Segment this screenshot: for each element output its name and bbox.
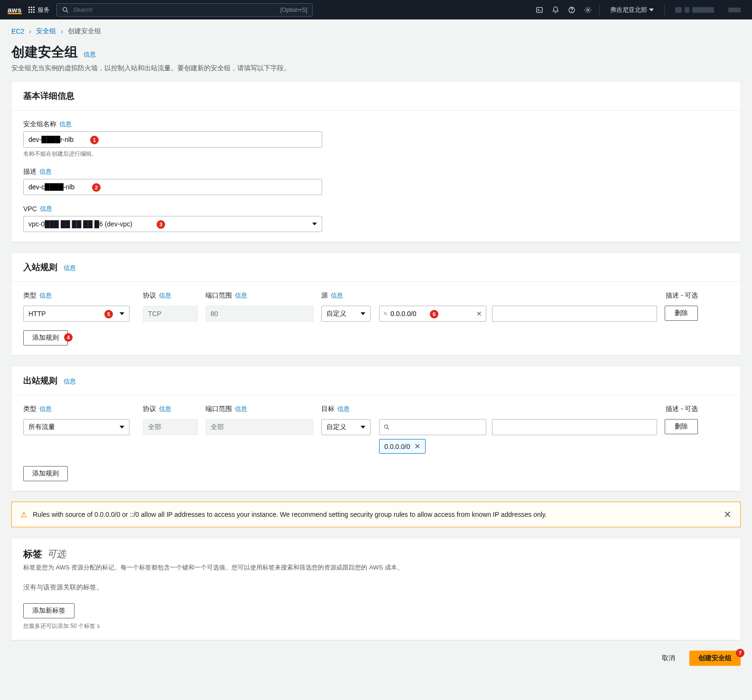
svg-line-1: [66, 11, 68, 12]
breadcrumb-current: 创建安全组: [68, 27, 101, 36]
alert-close-icon[interactable]: ✕: [724, 509, 732, 520]
chip-remove-icon[interactable]: ✕: [414, 442, 420, 451]
inbound-source-mode[interactable]: 自定义: [321, 306, 371, 322]
chevron-right-icon: ›: [29, 28, 31, 35]
outbound-dest-mode[interactable]: 自定义: [321, 419, 371, 435]
sg-desc-label: 描述: [23, 168, 37, 176]
cloudshell-icon[interactable]: [535, 5, 544, 15]
chevron-right-icon: ›: [61, 28, 63, 35]
page-info-link[interactable]: 信息: [84, 51, 96, 58]
svg-point-9: [384, 425, 388, 428]
sg-desc-input[interactable]: [28, 183, 317, 191]
breadcrumb-ec2[interactable]: EC2: [11, 28, 24, 35]
breadcrumb-sg[interactable]: 安全组: [36, 27, 56, 36]
breadcrumb: EC2 › 安全组 › 创建安全组: [11, 27, 741, 36]
outbound-type-select[interactable]: 所有流量: [23, 419, 130, 435]
svg-point-0: [63, 7, 67, 11]
inbound-protocol: TCP: [143, 306, 198, 322]
sg-name-label: 安全组名称: [23, 120, 56, 129]
inbound-info[interactable]: 信息: [64, 264, 76, 271]
page-title: 创建安全组: [11, 43, 78, 61]
annotation-6: 6: [430, 310, 438, 318]
outbound-delete-button[interactable]: 删除: [665, 419, 698, 434]
services-menu[interactable]: 服务: [28, 6, 50, 14]
outbound-info[interactable]: 信息: [64, 378, 76, 385]
outbound-dest-input[interactable]: [379, 419, 486, 435]
tags-none: 没有与该资源关联的标签。: [23, 583, 729, 592]
inbound-type-select[interactable]: HTTP 5: [23, 306, 130, 322]
outbound-protocol: 全部: [143, 419, 198, 435]
annotation-1: 1: [90, 136, 99, 144]
svg-point-5: [572, 11, 572, 12]
svg-line-8: [386, 314, 387, 315]
sg-name-input-wrap: 1: [23, 131, 322, 148]
tags-limit: 您最多还可以添加 50 个标签 s: [23, 622, 729, 630]
svg-point-6: [587, 9, 589, 11]
bell-icon[interactable]: [551, 5, 560, 15]
outbound-rules-panel: 出站规则 信息 类型 信息 协议 信息 端口范围 信息 目标 信息 描述 - 可…: [11, 366, 741, 491]
search-icon: [383, 424, 390, 430]
svg-line-10: [388, 428, 389, 429]
sg-name-hint: 名称不能在创建后进行编辑。: [23, 150, 729, 158]
chevron-down-icon: [312, 223, 317, 225]
gear-icon[interactable]: [583, 5, 593, 15]
help-icon[interactable]: [567, 5, 576, 15]
clear-icon[interactable]: ✕: [476, 310, 482, 317]
chevron-down-icon: [649, 9, 654, 11]
chevron-down-icon: [120, 426, 124, 429]
cancel-button[interactable]: 取消: [653, 651, 684, 666]
search-hint: [Option+S]: [280, 7, 307, 13]
region-label: 弗吉尼亚北部: [610, 6, 647, 14]
tags-panel: 标签 可选 标签是您为 AWS 资源分配的标记。每一个标签都包含一个键和一个可选…: [11, 538, 741, 640]
nav-search[interactable]: [Option+S]: [56, 3, 313, 17]
grid-icon: [28, 7, 35, 13]
sg-desc-info[interactable]: 信息: [39, 168, 52, 176]
vpc-value: vpc-0███ ██ ██ ██ █6 (dev-vpc): [28, 220, 132, 228]
account-menu[interactable]: [671, 7, 718, 13]
vpc-select[interactable]: vpc-0███ ██ ██ ██ █6 (dev-vpc) 3: [23, 216, 322, 232]
aws-logo[interactable]: aws: [8, 6, 22, 14]
footer-actions: 取消 创建安全组 7: [11, 651, 741, 666]
sg-name-info[interactable]: 信息: [59, 120, 72, 129]
outbound-desc-input[interactable]: [497, 424, 652, 431]
svg-point-7: [384, 312, 387, 315]
create-sg-button[interactable]: 创建安全组: [689, 651, 741, 666]
svg-rect-2: [537, 7, 542, 12]
sg-name-input[interactable]: [28, 136, 317, 143]
sg-desc-input-wrap: 2: [23, 179, 322, 195]
basic-details-header: 基本详细信息: [12, 82, 740, 111]
outbound-desc-input-wrap: [492, 419, 657, 435]
annotation-4: 4: [64, 333, 73, 342]
add-tag-button[interactable]: 添加新标签: [23, 603, 74, 618]
tags-optional: 可选: [47, 549, 66, 559]
vpc-label: VPC: [23, 205, 37, 213]
outbound-dest-text[interactable]: [393, 423, 482, 431]
inbound-delete-button[interactable]: 删除: [665, 306, 698, 321]
inbound-desc-input-wrap: [492, 306, 657, 322]
top-nav: aws 服务 [Option+S] 弗吉尼亚北部: [0, 0, 752, 19]
warning-alert: ⚠ Rules with source of 0.0.0.0/0 or ::/0…: [11, 502, 741, 527]
annotation-7: 7: [736, 649, 744, 657]
region-selector[interactable]: 弗吉尼亚北部: [606, 6, 658, 14]
outbound-dest-chip: 0.0.0.0/0 ✕: [379, 439, 426, 454]
alert-text: Rules with source of 0.0.0.0/0 or ::/0 a…: [33, 511, 547, 518]
chevron-down-icon: [120, 312, 124, 315]
inbound-rules-panel: 入站规则 信息 类型 信息 协议 信息 端口范围 信息 源 信息 描述 - 可选…: [11, 252, 741, 355]
inbound-desc-input[interactable]: [497, 310, 652, 317]
vpc-info[interactable]: 信息: [40, 205, 52, 213]
page-header: 创建安全组 信息 安全组充当实例的虚拟防火墙，以控制入站和出站流量。要创建新的安…: [11, 43, 741, 73]
outbound-port: 全部: [205, 419, 314, 435]
search-icon: [62, 6, 69, 14]
outbound-header: 出站规则 信息: [12, 366, 740, 395]
inbound-add-rule-button[interactable]: 添加规则: [23, 330, 68, 345]
chevron-down-icon: [361, 312, 365, 315]
annotation-3: 3: [157, 220, 165, 229]
search-icon: [383, 310, 388, 317]
annotation-2: 2: [92, 183, 101, 192]
inbound-source-input[interactable]: ✕ 6: [379, 306, 486, 322]
search-input[interactable]: [73, 6, 277, 13]
outbound-add-rule-button[interactable]: 添加规则: [23, 466, 68, 481]
warning-icon: ⚠: [20, 510, 27, 519]
chevron-down-icon: [361, 426, 365, 429]
services-label: 服务: [37, 6, 50, 14]
